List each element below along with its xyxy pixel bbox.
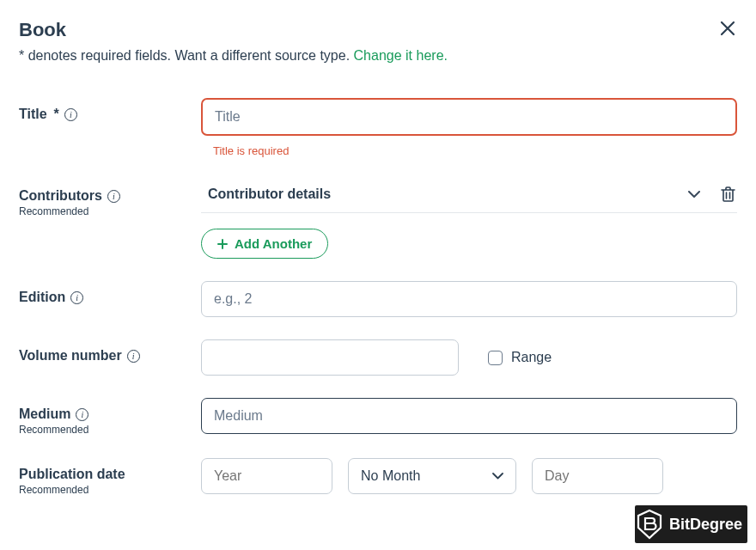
bitdegree-logo-icon: [635, 509, 664, 540]
required-mark: *: [54, 107, 59, 122]
title-input[interactable]: [201, 98, 737, 136]
medium-input[interactable]: [201, 398, 737, 434]
plus-icon: [217, 239, 228, 249]
range-checkbox[interactable]: [488, 351, 503, 365]
contributor-details-row[interactable]: Contributor details: [201, 180, 737, 213]
page-title: Book: [19, 19, 66, 41]
close-icon[interactable]: [718, 19, 737, 38]
title-error: Title is required: [213, 144, 737, 157]
volume-label: Volume number i: [19, 348, 201, 364]
info-icon[interactable]: i: [127, 350, 140, 363]
info-icon[interactable]: i: [70, 291, 83, 304]
change-source-link[interactable]: Change it here.: [354, 48, 448, 63]
info-icon[interactable]: i: [76, 408, 88, 421]
subtitle-prefix: * denotes required fields. Want a differ…: [19, 48, 354, 63]
year-input[interactable]: [201, 458, 332, 494]
watermark: BitDegree: [635, 505, 747, 543]
range-label: Range: [511, 350, 552, 365]
edition-input[interactable]: [201, 281, 737, 317]
chevron-down-icon[interactable]: [688, 191, 700, 199]
title-label: Title * i: [19, 107, 201, 122]
info-icon[interactable]: i: [64, 108, 77, 121]
edition-label: Edition i: [19, 290, 201, 305]
pubdate-label: Publication date: [19, 467, 201, 482]
contributors-label: Contributors i: [19, 188, 201, 204]
medium-recommended: Recommended: [19, 424, 201, 436]
medium-label: Medium i: [19, 406, 201, 422]
month-select[interactable]: No Month: [348, 458, 516, 494]
add-another-button[interactable]: Add Another: [201, 229, 328, 259]
contributor-details-label: Contributor details: [208, 186, 331, 202]
day-input[interactable]: [532, 458, 663, 494]
contributors-recommended: Recommended: [19, 205, 201, 217]
chevron-down-icon: [492, 473, 503, 480]
volume-input[interactable]: [201, 339, 459, 376]
info-icon[interactable]: i: [107, 190, 120, 203]
pubdate-recommended: Recommended: [19, 484, 201, 496]
trash-icon[interactable]: [721, 186, 735, 202]
subtitle-text: * denotes required fields. Want a differ…: [19, 48, 737, 64]
